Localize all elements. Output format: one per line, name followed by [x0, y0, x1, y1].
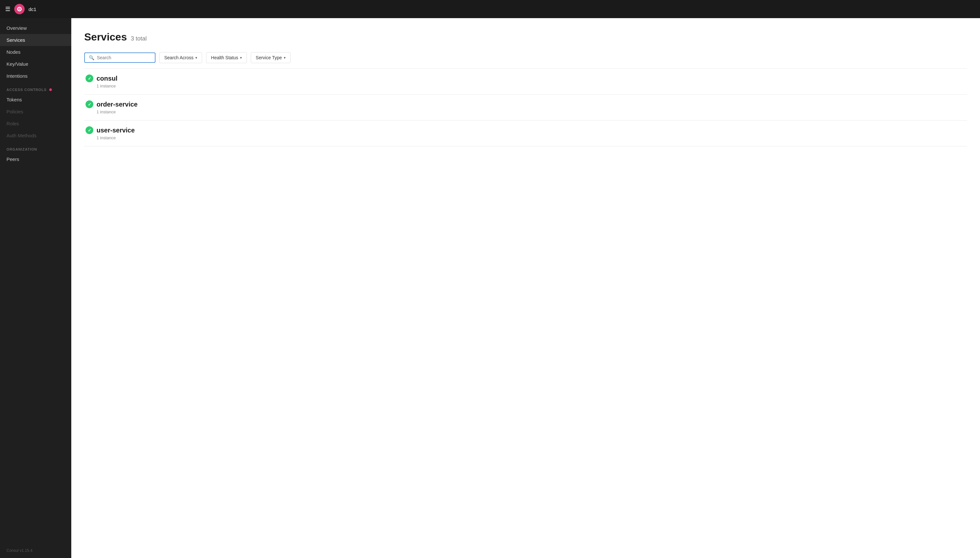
health-icon-consul	[85, 74, 93, 82]
sidebar-item-peers[interactable]: Peers	[0, 153, 71, 165]
service-name-user: user-service	[97, 126, 135, 134]
health-icon-user	[85, 126, 93, 134]
topbar: ☰ dc1	[0, 0, 980, 18]
page-title: Services	[84, 31, 127, 43]
access-controls-dot	[49, 89, 52, 91]
consul-version: Consul v1.15.4	[7, 548, 33, 553]
service-name-consul: consul	[97, 75, 117, 82]
service-type-label: Service Type	[256, 55, 282, 60]
service-name-row-user: user-service	[85, 126, 966, 134]
page-title-row: Services 3 total	[84, 31, 967, 43]
health-status-button[interactable]: Health Status ▾	[206, 52, 247, 63]
logo-inner	[17, 7, 22, 11]
sidebar-item-services[interactable]: Services	[0, 34, 71, 46]
organization-section-label: ORGANIZATION	[0, 141, 71, 153]
section-label-text: ACCESS CONTROLS	[7, 88, 47, 92]
search-icon: 🔍	[89, 55, 94, 60]
service-instance-order: 1 instance	[97, 110, 966, 114]
access-controls-section-label: ACCESS CONTROLS	[0, 82, 71, 94]
service-item-user-service[interactable]: user-service 1 instance	[84, 120, 967, 146]
datacenter-label: dc1	[28, 7, 36, 12]
menu-icon[interactable]: ☰	[5, 5, 10, 13]
health-status-label: Health Status	[211, 55, 238, 60]
service-instance-consul: 1 instance	[97, 84, 966, 89]
search-input[interactable]	[97, 55, 151, 60]
sidebar-item-policies: Policies	[0, 105, 71, 118]
search-across-label: Search Across	[164, 55, 194, 60]
health-icon-order	[85, 100, 93, 108]
content-area: Services 3 total 🔍 Search Across ▾ Healt…	[71, 18, 980, 558]
sidebar-item-auth-methods: Auth Methods	[0, 130, 71, 141]
sidebar-item-overview[interactable]: Overview	[0, 22, 71, 34]
page-count: 3 total	[131, 35, 147, 42]
service-name-row: consul	[85, 74, 966, 82]
health-status-chevron: ▾	[240, 56, 242, 60]
consul-logo	[14, 4, 25, 14]
filter-bar: 🔍 Search Across ▾ Health Status ▾ Servic…	[84, 52, 967, 69]
sidebar-item-tokens[interactable]: Tokens	[0, 94, 71, 105]
search-across-chevron: ▾	[195, 56, 197, 60]
sidebar: Overview Services Nodes Key/Value Intent…	[0, 18, 71, 558]
service-item-consul[interactable]: consul 1 instance	[84, 69, 967, 95]
search-input-wrap[interactable]: 🔍	[84, 53, 156, 63]
main-layout: Overview Services Nodes Key/Value Intent…	[0, 18, 980, 558]
service-name-row-order: order-service	[85, 100, 966, 108]
sidebar-item-intentions[interactable]: Intentions	[0, 70, 71, 82]
sidebar-item-nodes[interactable]: Nodes	[0, 46, 71, 58]
search-across-button[interactable]: Search Across ▾	[159, 52, 202, 63]
service-instance-user: 1 instance	[97, 135, 966, 140]
service-item-order-service[interactable]: order-service 1 instance	[84, 95, 967, 120]
service-name-order: order-service	[97, 101, 138, 108]
sidebar-item-roles: Roles	[0, 118, 71, 130]
service-list: consul 1 instance order-service 1 instan…	[84, 69, 967, 146]
sidebar-item-keyvalue[interactable]: Key/Value	[0, 58, 71, 70]
org-label-text: ORGANIZATION	[7, 147, 37, 151]
service-type-button[interactable]: Service Type ▾	[251, 52, 291, 63]
service-type-chevron: ▾	[284, 56, 286, 60]
sidebar-footer: Consul v1.15.4	[0, 543, 71, 558]
